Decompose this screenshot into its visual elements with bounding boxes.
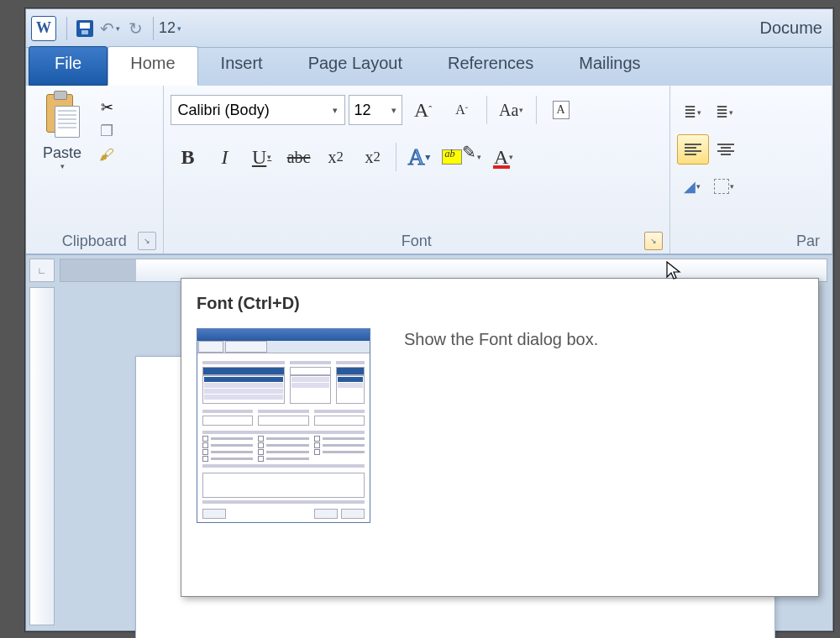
brush-icon: 🖌 — [99, 146, 114, 164]
tooltip-description: Show the Font dialog box. — [404, 328, 803, 523]
clipboard-dialog-launcher[interactable]: ↘ — [138, 232, 156, 250]
scissors-icon: ✂ — [101, 98, 113, 117]
bullets-button[interactable]: ≣▾ — [677, 98, 707, 127]
cut-button[interactable]: ✂ — [95, 96, 118, 119]
bold-button[interactable]: B — [171, 142, 206, 172]
text-effects-button[interactable]: A▾ — [402, 142, 437, 172]
paste-label: Paste — [43, 144, 81, 162]
align-left-icon — [685, 142, 701, 157]
font-color-button[interactable]: A▾ — [486, 142, 522, 172]
separator — [486, 96, 487, 124]
paragraph-group: ≣▾ ≣▾ ◢▾ — [670, 86, 832, 254]
references-tab[interactable]: References — [425, 46, 556, 86]
up-caret-icon: ˆ — [428, 104, 432, 117]
chevron-down-icon: ▾ — [116, 24, 120, 33]
color-bar-icon — [493, 165, 510, 169]
font-dialog-tooltip: Font (Ctrl+D) — [181, 278, 819, 597]
highlight-button[interactable]: ✎▾ — [438, 142, 485, 172]
font-size-combobox[interactable]: 12 ▾ — [349, 95, 402, 125]
chevron-down-icon: ▾ — [333, 105, 338, 116]
paste-button[interactable]: Paste ▾ — [33, 91, 92, 170]
superscript-button[interactable]: x2 — [355, 142, 391, 172]
numbering-button[interactable]: ≣▾ — [709, 98, 739, 127]
redo-button[interactable]: ↻ — [123, 16, 148, 41]
page-layout-tab[interactable]: Page Layout — [286, 46, 425, 86]
qat-fontsize-display[interactable]: 12 ▾ — [159, 16, 181, 41]
undo-icon: ↶ — [100, 18, 114, 39]
separator — [396, 143, 396, 171]
copy-icon: ❐ — [100, 122, 113, 140]
chevron-down-icon: ▾ — [391, 105, 396, 116]
paste-icon — [45, 94, 80, 139]
chevron-down-icon: ▾ — [60, 162, 65, 170]
font-dialog-launcher[interactable]: ↘ — [644, 232, 663, 250]
ribbon-tabs: File Home Insert Page Layout References … — [26, 48, 832, 86]
grow-font-button[interactable]: Aˆ — [406, 95, 441, 125]
clear-formatting-button[interactable]: A — [543, 95, 579, 125]
chevron-down-icon: ▾ — [519, 106, 523, 114]
save-icon — [76, 20, 93, 37]
italic-button[interactable]: I — [207, 142, 243, 172]
subscript-button[interactable]: x2 — [318, 142, 354, 172]
clear-formatting-icon: A — [553, 101, 570, 119]
numbering-icon: ≣ — [716, 103, 728, 122]
ribbon: Paste ▾ ✂ ❐ 🖌 Clipboard ↘ Calibri (Body) — [26, 86, 832, 254]
change-case-button[interactable]: Aa▾ — [494, 95, 529, 125]
title-bar: W ↶▾ ↻ 12 ▾ Docume — [26, 9, 832, 48]
font-name-value: Calibri (Body) — [178, 102, 270, 119]
group-label: Par — [796, 233, 820, 250]
window-title: Docume — [760, 18, 822, 38]
redo-icon: ↻ — [129, 18, 143, 39]
word-logo-icon: W — [31, 16, 56, 41]
border-icon — [714, 179, 729, 194]
font-size-value: 12 — [354, 102, 371, 119]
group-label: Font — [402, 233, 432, 250]
shrink-font-button[interactable]: Aˇ — [444, 95, 480, 125]
paint-bucket-icon: ◢ — [684, 177, 696, 196]
underline-button[interactable]: U▾ — [244, 142, 280, 172]
mailings-tab[interactable]: Mailings — [556, 46, 663, 86]
clipboard-group: Paste ▾ ✂ ❐ 🖌 Clipboard ↘ — [26, 86, 164, 254]
copy-button[interactable]: ❐ — [95, 119, 118, 143]
home-tab[interactable]: Home — [108, 46, 197, 86]
strikethrough-button[interactable]: abc — [281, 142, 317, 172]
chevron-down-icon: ▾ — [426, 153, 430, 161]
qat-separator-2 — [153, 17, 154, 40]
chevron-down-icon: ▾ — [177, 24, 181, 33]
dialog-preview-thumbnail — [197, 328, 370, 523]
file-tab[interactable]: File — [29, 46, 108, 86]
highlight-icon — [442, 149, 462, 165]
tooltip-title: Font (Ctrl+D) — [197, 294, 803, 313]
separator — [536, 96, 537, 124]
align-center-button[interactable] — [711, 135, 741, 164]
align-left-button[interactable] — [677, 134, 709, 165]
vertical-ruler[interactable] — [29, 287, 55, 625]
shading-button[interactable]: ◢▾ — [677, 172, 707, 201]
group-label: Clipboard — [62, 233, 127, 250]
font-group: Calibri (Body) ▾ 12 ▾ Aˆ Aˇ Aa▾ A B — [164, 86, 670, 254]
chevron-down-icon: ▾ — [267, 153, 271, 161]
undo-button[interactable]: ↶▾ — [97, 16, 123, 41]
chevron-down-icon: ▾ — [509, 153, 513, 161]
format-painter-button[interactable]: 🖌 — [95, 143, 118, 166]
save-button[interactable] — [72, 16, 97, 41]
ruler-corner[interactable]: ∟ — [29, 259, 55, 282]
borders-button[interactable]: ▾ — [709, 172, 739, 201]
down-caret-icon: ˇ — [465, 106, 468, 115]
insert-tab[interactable]: Insert — [198, 46, 286, 86]
font-name-combobox[interactable]: Calibri (Body) ▾ — [171, 95, 345, 125]
bullets-icon: ≣ — [684, 103, 696, 122]
qat-separator — [66, 17, 67, 40]
align-center-icon — [717, 142, 734, 157]
chevron-down-icon: ▾ — [477, 153, 481, 161]
